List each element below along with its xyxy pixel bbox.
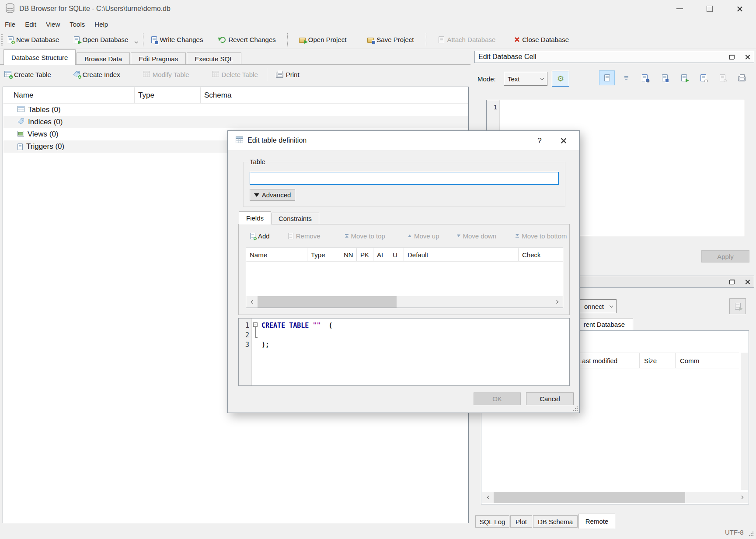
word-wrap-button[interactable] bbox=[618, 70, 634, 85]
open-in-app-button[interactable] bbox=[695, 70, 711, 85]
grid-column-u[interactable]: U bbox=[389, 248, 404, 261]
tree-column-type[interactable]: Type bbox=[135, 87, 201, 103]
dock-float-icon[interactable] bbox=[729, 55, 735, 60]
fields-tab-panel: + Add Remove Move to top Move up M bbox=[238, 224, 570, 315]
mode-select[interactable]: Text bbox=[504, 72, 547, 86]
scroll-right-icon[interactable] bbox=[551, 296, 563, 308]
cancel-button[interactable]: Cancel bbox=[526, 392, 574, 405]
menu-edit[interactable]: Edit bbox=[20, 21, 41, 28]
tab-remote[interactable]: Remote bbox=[578, 514, 615, 528]
export-data-button[interactable] bbox=[657, 70, 672, 85]
new-database-button[interactable]: + New Database bbox=[5, 34, 62, 45]
menu-view[interactable]: View bbox=[41, 21, 65, 28]
scrollbar-thumb[interactable] bbox=[494, 492, 685, 503]
menu-tools[interactable]: Tools bbox=[65, 21, 90, 28]
revert-changes-icon bbox=[219, 37, 226, 43]
tab-database-structure[interactable]: Database Structure bbox=[3, 49, 76, 65]
dock-float-icon[interactable] bbox=[729, 280, 735, 284]
grid-column-pk[interactable]: PK bbox=[357, 248, 373, 261]
grid-column-default[interactable]: Default bbox=[404, 248, 519, 261]
remote-horizontal-scrollbar[interactable] bbox=[482, 492, 748, 503]
text-mode-button[interactable] bbox=[599, 70, 615, 85]
write-changes-button[interactable]: Write Changes bbox=[149, 34, 206, 45]
dock-close-icon[interactable] bbox=[745, 54, 750, 60]
fold-collapse-icon[interactable]: − bbox=[253, 322, 258, 327]
scrollbar-thumb[interactable] bbox=[258, 296, 397, 308]
menu-bar: File Edit View Tools Help bbox=[0, 18, 113, 30]
open-database-dropdown-icon[interactable] bbox=[135, 39, 138, 43]
close-database-icon bbox=[514, 37, 519, 42]
tab-fields[interactable]: Fields bbox=[239, 211, 271, 224]
tree-column-name[interactable]: Name bbox=[3, 87, 135, 103]
save-project-button[interactable]: Save Project bbox=[365, 34, 416, 45]
column-last-modified[interactable]: Last modified bbox=[574, 353, 639, 368]
sql-code-line-1: CREATE TABLE "" ( bbox=[261, 321, 333, 330]
import-data-button[interactable] bbox=[638, 70, 653, 85]
fields-grid-header: Name Type NN PK AI U Default Check bbox=[246, 248, 563, 262]
apply-data-button[interactable] bbox=[676, 70, 692, 85]
window-resize-grip[interactable] bbox=[749, 531, 754, 536]
add-field-button[interactable]: + Add bbox=[250, 232, 270, 240]
attach-database-icon bbox=[439, 36, 444, 43]
tree-row-tables[interactable]: Tables (0) bbox=[3, 104, 468, 116]
tab-plot[interactable]: Plot bbox=[510, 515, 532, 528]
tab-db-schema[interactable]: DB Schema bbox=[533, 515, 578, 528]
remove-field-button: Remove bbox=[288, 232, 321, 240]
toolbar-handle[interactable] bbox=[1, 34, 3, 46]
maximize-button[interactable] bbox=[701, 3, 718, 15]
create-table-button[interactable]: + Create Table bbox=[2, 69, 54, 80]
dialog-resize-grip[interactable] bbox=[573, 406, 578, 411]
print-button[interactable]: Print bbox=[273, 69, 302, 80]
revert-changes-button[interactable]: Revert Changes bbox=[217, 34, 278, 45]
create-index-button[interactable]: + Create Index bbox=[70, 69, 123, 80]
scroll-left-icon[interactable] bbox=[246, 296, 258, 308]
tree-column-schema[interactable]: Schema bbox=[201, 87, 468, 103]
advanced-button[interactable]: Advanced bbox=[250, 189, 295, 201]
dialog-close-button[interactable] bbox=[561, 137, 566, 144]
new-database-icon: + bbox=[8, 36, 14, 43]
word-wrap-settings-button[interactable]: ⚙ bbox=[552, 71, 569, 87]
remote-push-button bbox=[729, 298, 746, 314]
tree-row-indices[interactable]: Indices (0) bbox=[3, 116, 468, 128]
modify-table-button: Modify Table bbox=[140, 69, 192, 80]
move-up-icon bbox=[408, 234, 411, 237]
create-table-icon: + bbox=[4, 71, 11, 78]
tab-execute-sql[interactable]: Execute SQL bbox=[187, 52, 241, 65]
fields-grid-scrollbar[interactable] bbox=[246, 296, 563, 308]
close-button[interactable] bbox=[731, 3, 749, 15]
column-size[interactable]: Size bbox=[639, 353, 675, 368]
delete-table-button: Delete Table bbox=[209, 69, 261, 80]
column-commit[interactable]: Comm bbox=[675, 353, 739, 368]
grid-column-check[interactable]: Check bbox=[519, 248, 563, 261]
grid-column-ai[interactable]: AI bbox=[373, 248, 389, 261]
dock-close-icon[interactable] bbox=[745, 279, 750, 284]
tab-edit-pragmas[interactable]: Edit Pragmas bbox=[131, 52, 186, 65]
table-name-input[interactable] bbox=[250, 172, 559, 185]
move-up-button: Move up bbox=[408, 232, 439, 240]
fold-margin[interactable]: − bbox=[252, 318, 259, 385]
close-database-button[interactable]: Close Database bbox=[511, 34, 571, 45]
tab-sql-log[interactable]: SQL Log bbox=[475, 515, 509, 528]
tab-browse-data[interactable]: Browse Data bbox=[77, 52, 130, 65]
print-cell-button[interactable] bbox=[734, 70, 749, 85]
open-project-button[interactable]: Open Project bbox=[296, 34, 349, 45]
grid-column-nn[interactable]: NN bbox=[340, 248, 357, 261]
sql-preview[interactable]: 1 2 3 − CREATE TABLE "" ( ); bbox=[238, 318, 570, 386]
save-project-icon bbox=[367, 38, 374, 43]
tab-constraints[interactable]: Constraints bbox=[271, 213, 319, 224]
scroll-right-icon[interactable] bbox=[736, 492, 748, 503]
table-group-label: Table bbox=[248, 158, 267, 165]
remote-vertical-scrollbar[interactable] bbox=[741, 353, 748, 490]
encoding-status[interactable]: UTF-8 bbox=[725, 528, 744, 536]
open-database-button[interactable]: Open Database bbox=[71, 34, 131, 45]
scroll-left-icon[interactable] bbox=[482, 492, 494, 503]
menu-help[interactable]: Help bbox=[90, 21, 113, 28]
dialog-help-button[interactable]: ? bbox=[532, 135, 547, 147]
grid-column-name[interactable]: Name bbox=[246, 248, 307, 261]
minimize-button[interactable] bbox=[671, 3, 688, 15]
sql-code-line-3: ); bbox=[261, 340, 269, 350]
grid-column-type[interactable]: Type bbox=[307, 248, 340, 261]
cell-editor-toolbar bbox=[599, 70, 749, 85]
print-icon bbox=[276, 73, 283, 78]
menu-file[interactable]: File bbox=[0, 21, 20, 28]
